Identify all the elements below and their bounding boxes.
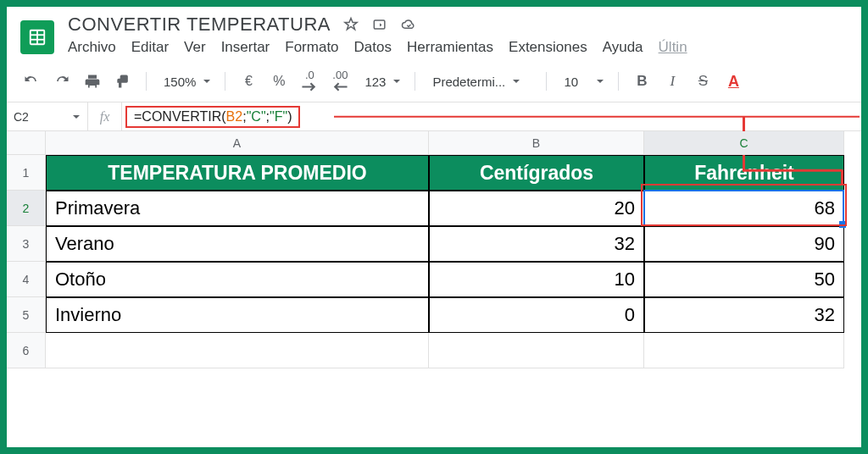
cell-a4[interactable]: Otoño bbox=[46, 262, 429, 297]
header: CONVERTIR TEMPERATURA Archivo Editar Ver… bbox=[7, 7, 861, 61]
cell-a5[interactable]: Invierno bbox=[46, 297, 429, 333]
undo-button[interactable] bbox=[19, 69, 44, 93]
font-size-dropdown[interactable]: 10 bbox=[557, 75, 608, 89]
menu-formato[interactable]: Formato bbox=[285, 39, 338, 56]
cell-c5[interactable]: 32 bbox=[644, 297, 844, 333]
cell-a3[interactable]: Verano bbox=[46, 226, 429, 262]
menu-extensiones[interactable]: Extensiones bbox=[509, 39, 587, 56]
col-header-c[interactable]: C bbox=[644, 131, 844, 155]
formula-bar: C2 fx =CONVERTIR(B2;"C";"F") bbox=[7, 102, 861, 131]
star-icon[interactable] bbox=[342, 16, 359, 33]
google-sheets-app: CONVERTIR TEMPERATURA Archivo Editar Ver… bbox=[7, 7, 861, 447]
menu-herramientas[interactable]: Herramientas bbox=[407, 39, 493, 56]
spreadsheet-grid[interactable]: A B C 1 TEMPERATURA PROMEDIO Centígrados… bbox=[7, 131, 861, 447]
cell-b5[interactable]: 0 bbox=[429, 297, 644, 333]
menu-ayuda[interactable]: Ayuda bbox=[603, 39, 643, 56]
cell-b6[interactable] bbox=[429, 333, 644, 368]
cell-c6[interactable] bbox=[644, 333, 844, 368]
menu-insertar[interactable]: Insertar bbox=[221, 39, 270, 56]
document-title[interactable]: CONVERTIR TEMPERATURA bbox=[68, 14, 331, 36]
currency-button[interactable]: € bbox=[236, 69, 261, 93]
cell-a1[interactable]: TEMPERATURA PROMEDIO bbox=[46, 155, 429, 191]
percent-button[interactable]: % bbox=[266, 69, 292, 93]
redo-button[interactable] bbox=[49, 69, 75, 93]
cell-b3[interactable]: 32 bbox=[429, 226, 644, 262]
move-icon[interactable] bbox=[371, 16, 388, 33]
cell-a6[interactable] bbox=[46, 333, 429, 368]
decrease-decimal-button[interactable]: .0 bbox=[297, 69, 322, 93]
cell-a2[interactable]: Primavera bbox=[46, 191, 429, 226]
menubar: Archivo Editar Ver Insertar Formato Dato… bbox=[68, 39, 849, 56]
cloud-icon[interactable] bbox=[400, 16, 417, 33]
cell-c3[interactable]: 90 bbox=[644, 226, 844, 262]
cell-b4[interactable]: 10 bbox=[429, 262, 644, 297]
print-button[interactable] bbox=[80, 69, 105, 93]
text-color-button[interactable]: A bbox=[721, 69, 746, 93]
italic-button[interactable]: I bbox=[659, 69, 685, 93]
formula-input[interactable]: =CONVERTIR(B2;"C";"F") bbox=[122, 102, 861, 130]
menu-editar[interactable]: Editar bbox=[131, 39, 169, 56]
cell-b1[interactable]: Centígrados bbox=[429, 155, 644, 191]
row-header-6[interactable]: 6 bbox=[7, 333, 46, 368]
col-header-a[interactable]: A bbox=[46, 131, 429, 155]
cell-c4[interactable]: 50 bbox=[644, 262, 844, 297]
menu-last-edit[interactable]: Últin bbox=[659, 39, 687, 56]
annotation-connector bbox=[334, 115, 860, 118]
menu-archivo[interactable]: Archivo bbox=[68, 39, 116, 56]
menu-datos[interactable]: Datos bbox=[354, 39, 392, 56]
increase-decimal-button[interactable]: .00 bbox=[327, 69, 353, 93]
row-header-1[interactable]: 1 bbox=[7, 155, 46, 191]
bold-button[interactable]: B bbox=[629, 69, 654, 93]
strike-button[interactable]: S bbox=[690, 69, 715, 93]
formula-highlight-box: =CONVERTIR(B2;"C";"F") bbox=[125, 106, 300, 128]
row-header-4[interactable]: 4 bbox=[7, 262, 46, 297]
row-header-5[interactable]: 5 bbox=[7, 297, 46, 333]
paint-format-button[interactable] bbox=[110, 69, 136, 93]
fx-label: fx bbox=[88, 102, 122, 130]
font-dropdown[interactable]: Predetermi... bbox=[426, 75, 536, 89]
number-format-dropdown[interactable]: 123 bbox=[358, 75, 404, 89]
toolbar: 150% € % .0 .00 123 Predetermi... 10 B I… bbox=[7, 61, 861, 102]
sheets-logo[interactable] bbox=[19, 14, 56, 61]
row-header-2[interactable]: 2 bbox=[7, 191, 46, 226]
select-all-corner[interactable] bbox=[7, 131, 46, 155]
menu-ver[interactable]: Ver bbox=[184, 39, 206, 56]
annotation-connector-v2 bbox=[841, 170, 843, 185]
cell-c2[interactable]: 68 bbox=[644, 191, 844, 226]
svg-rect-4 bbox=[374, 20, 385, 29]
sheets-icon bbox=[28, 28, 47, 47]
row-header-3[interactable]: 3 bbox=[7, 226, 46, 262]
cell-b2[interactable]: 20 bbox=[429, 191, 644, 226]
annotation-connector-h2 bbox=[743, 169, 843, 172]
zoom-dropdown[interactable]: 150% bbox=[157, 75, 214, 89]
name-box[interactable]: C2 bbox=[7, 102, 88, 130]
col-header-b[interactable]: B bbox=[429, 131, 644, 155]
